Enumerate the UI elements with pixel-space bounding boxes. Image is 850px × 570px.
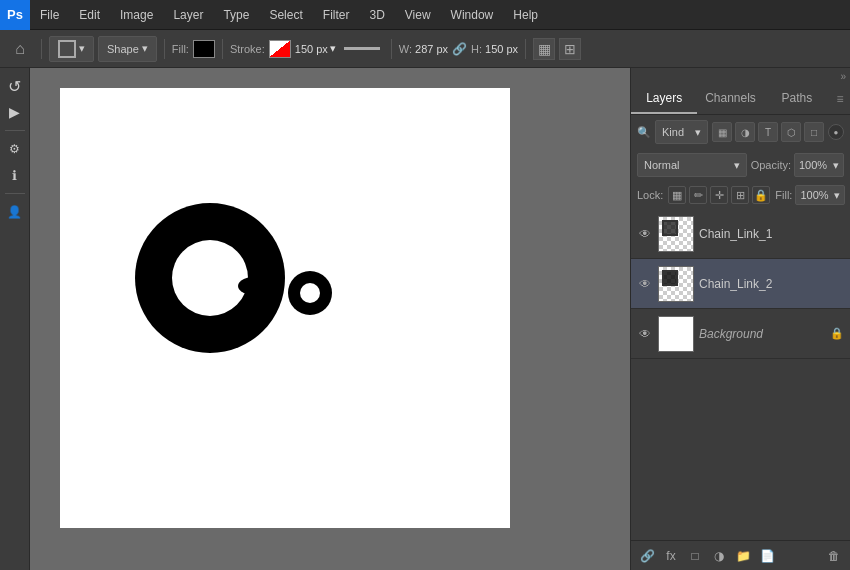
toolbar-divider-5 [525,39,526,59]
lock-transparent-icon[interactable]: ▦ [668,186,686,204]
opacity-input[interactable]: 100% ▾ [794,153,844,177]
panel-collapse-top[interactable]: » [631,68,850,84]
layer-thumbnail [658,316,694,352]
align-button[interactable]: ▦ [533,38,555,60]
link-layers-icon[interactable]: 🔗 [637,546,657,566]
canvas-area[interactable] [30,68,630,570]
layer-item[interactable]: 👁 Chain_Link_1 [631,209,850,259]
menu-layer[interactable]: Layer [163,0,213,29]
menu-3d[interactable]: 3D [359,0,394,29]
menu-filter[interactable]: Filter [313,0,360,29]
layer-item[interactable]: 👁 Background 🔒 [631,309,850,359]
home-button[interactable]: ⌂ [6,36,34,62]
link-proportions-icon[interactable]: 🔗 [452,42,467,56]
lt-sep-1 [5,130,25,131]
shape-label: Shape [107,43,139,55]
layer-name: Background [699,327,825,341]
menu-edit[interactable]: Edit [69,0,110,29]
layer-thumb-checker [659,267,693,301]
menu-window[interactable]: Window [441,0,504,29]
stroke-label: Stroke: [230,43,265,55]
layer-thumbnail [658,266,694,302]
fill-section: Fill: 100% ▾ [775,185,845,205]
options-toolbar: ⌂ ▾ Shape ▾ Fill: Stroke: 150 px ▾ W: 28… [0,30,850,68]
toolbar-divider-4 [391,39,392,59]
info-tool[interactable]: ℹ [3,163,27,187]
layer-item[interactable]: 👁 Chain_Link_2 [631,259,850,309]
menu-image[interactable]: Image [110,0,163,29]
align-distribute-button[interactable]: ⊞ [559,38,581,60]
fill-color-swatch[interactable] [193,40,215,58]
lock-all-icon[interactable]: 🔒 [752,186,770,204]
collapse-arrow-icon: » [840,71,846,82]
filter-kind-dropdown[interactable]: Kind ▾ [655,120,708,144]
tab-layers[interactable]: Layers [631,84,697,114]
stroke-color-swatch[interactable] [269,40,291,58]
height-value: 150 px [485,43,518,55]
menu-select[interactable]: Select [259,0,312,29]
line-style-preview[interactable] [344,47,380,50]
lock-artboard-icon[interactable]: ⊞ [731,186,749,204]
new-fill-layer-icon[interactable]: ◑ [709,546,729,566]
layer-style-icon[interactable]: fx [661,546,681,566]
layer-lock-icon: 🔒 [830,327,844,340]
layer-visibility-toggle[interactable]: 👁 [637,326,653,342]
fill-label: Fill: [172,43,189,55]
lock-paint-icon[interactable]: ✏ [689,186,707,204]
lock-label: Lock: [637,189,663,201]
history-brush-tool[interactable]: ↺ [3,74,27,98]
layer-name: Chain_Link_2 [699,277,844,291]
panel-bottom-left-icons: 🔗 fx □ ◑ 📁 📄 [637,546,777,566]
filter-toggle[interactable]: ● [828,124,844,140]
opacity-section: Opacity: 100% ▾ [751,153,844,177]
filter-type-icon[interactable]: T [758,122,778,142]
stroke-width-dropdown[interactable]: 150 px ▾ [295,42,336,55]
blend-mode-dropdown[interactable]: Normal ▾ [637,153,747,177]
layer-visibility-toggle[interactable]: 👁 [637,276,653,292]
adjust-tool[interactable]: ⚙ [3,137,27,161]
blend-opacity-row: Normal ▾ Opacity: 100% ▾ [631,149,850,181]
layer-thumbnail [658,216,694,252]
lock-position-icon[interactable]: ✛ [710,186,728,204]
fill-input[interactable]: 100% ▾ [795,185,845,205]
lock-row: Lock: ▦ ✏ ✛ ⊞ 🔒 Fill: 100% ▾ [631,181,850,209]
filter-shape-icon[interactable]: ⬡ [781,122,801,142]
tab-channels[interactable]: Channels [697,84,763,114]
play-tool[interactable]: ▶ [3,100,27,124]
shape-dropdown-arrow: ▾ [79,42,85,55]
user-tool[interactable]: 👤 [3,200,27,224]
opacity-value: 100% [799,159,827,171]
menu-view[interactable]: View [395,0,441,29]
filter-dropdown-arrow: ▾ [695,126,701,139]
layer-thumb-checker [659,217,693,251]
panel-menu-button[interactable]: ≡ [830,84,850,114]
menu-file[interactable]: File [30,0,69,29]
svg-point-5 [238,276,278,296]
panel-tabs: Layers Channels Paths ≡ [631,84,850,115]
shape-tool-icon[interactable]: ▾ [49,36,94,62]
layer-filter-row: 🔍 Kind ▾ ▦ ◑ T ⬡ □ ● [631,115,850,149]
menu-type[interactable]: Type [213,0,259,29]
width-label: W: [399,43,412,55]
shape-arrow: ▾ [142,42,148,55]
delete-layer-icon[interactable]: 🗑 [824,546,844,566]
layer-visibility-toggle[interactable]: 👁 [637,226,653,242]
layer-thumb-shape [662,220,678,236]
new-layer-icon[interactable]: 📄 [757,546,777,566]
filter-adjust-icon[interactable]: ◑ [735,122,755,142]
opacity-arrow: ▾ [833,159,839,172]
add-mask-icon[interactable]: □ [685,546,705,566]
fill-label: Fill: [775,189,792,201]
filter-smart-icon[interactable]: □ [804,122,824,142]
toolbar-divider-3 [222,39,223,59]
tab-paths[interactable]: Paths [764,84,830,114]
width-section: W: 287 px [399,43,448,55]
left-toolbar: ↺ ▶ ⚙ ℹ 👤 [0,68,30,570]
shape-dropdown[interactable]: Shape ▾ [98,36,157,62]
height-section: H: 150 px [471,43,518,55]
svg-point-2 [173,248,223,308]
blend-dropdown-arrow: ▾ [734,159,740,172]
filter-pixel-icon[interactable]: ▦ [712,122,732,142]
menu-help[interactable]: Help [503,0,548,29]
new-group-icon[interactable]: 📁 [733,546,753,566]
